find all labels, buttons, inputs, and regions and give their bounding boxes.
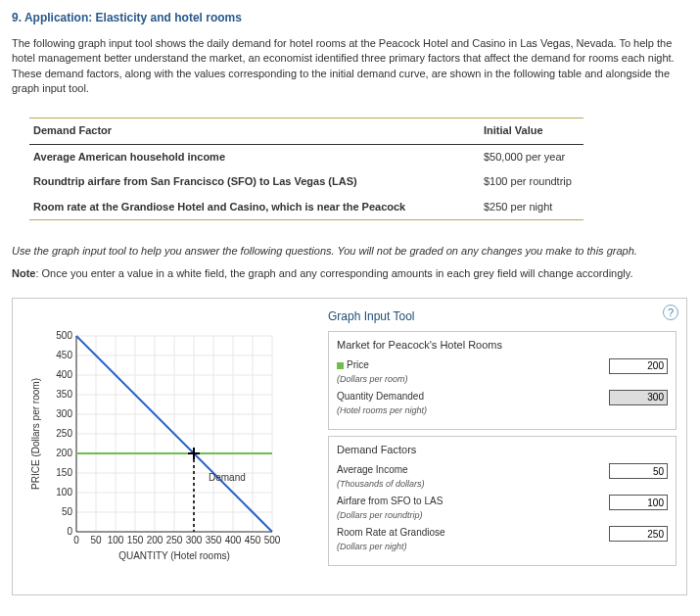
market-title: Market for Peacock's Hotel Rooms	[337, 338, 668, 353]
svg-text:150: 150	[127, 535, 144, 545]
income-label: Average Income	[337, 464, 408, 475]
value-cell: $100 per roundtrip	[480, 169, 583, 194]
market-panel: Market for Peacock's Hotel Rooms Price (…	[328, 331, 677, 430]
note-text: Note: Once you enter a value in a white …	[12, 266, 688, 281]
qty-label: Quantity Demanded	[337, 391, 424, 402]
note-rest: : Once you enter a value in a white fiel…	[35, 267, 632, 279]
col-header-factor: Demand Factor	[29, 118, 480, 144]
factor-cell: Room rate at the Grandiose Hotel and Cas…	[29, 195, 480, 220]
factor-cell: Average American household income	[29, 144, 480, 169]
svg-text:200: 200	[147, 535, 163, 545]
svg-text:100: 100	[108, 535, 124, 545]
svg-text:200: 200	[56, 448, 72, 458]
chart-area[interactable]: Demand 050100150200250300350400450500 05…	[23, 308, 316, 581]
svg-text:500: 500	[56, 330, 72, 341]
x-axis-label: QUANTITY (Hotel rooms)	[118, 550, 230, 561]
note-bold: Note	[12, 267, 35, 279]
grandiose-label: Room Rate at Grandiose	[337, 527, 445, 538]
airfare-label: Airfare from SFO to LAS	[337, 496, 443, 506]
svg-text:50: 50	[62, 506, 73, 517]
demand-factors-table: Demand Factor Initial Value Average Amer…	[29, 118, 583, 220]
airfare-input[interactable]	[609, 495, 668, 510]
demand-chart-svg[interactable]: Demand 050100150200250300350400450500 05…	[27, 326, 311, 581]
svg-text:0: 0	[73, 535, 79, 545]
grandiose-input[interactable]	[609, 526, 668, 542]
tool-title: Graph Input Tool	[328, 308, 677, 325]
svg-text:400: 400	[56, 369, 72, 380]
price-input[interactable]	[609, 358, 668, 374]
svg-text:300: 300	[186, 535, 203, 545]
svg-text:500: 500	[264, 535, 281, 545]
qty-sub: (Hotel rooms per night)	[337, 405, 427, 415]
price-label: Price	[347, 359, 369, 370]
question-title: 9. Application: Elasticity and hotel roo…	[12, 10, 688, 26]
factor-cell: Roundtrip airfare from San Francisco (SF…	[29, 169, 480, 194]
income-input[interactable]	[609, 463, 668, 479]
qty-output	[609, 390, 668, 405]
intro-paragraph: The following graph input tool shows the…	[12, 36, 688, 97]
svg-text:350: 350	[56, 389, 72, 400]
factors-title: Demand Factors	[337, 443, 668, 457]
svg-text:400: 400	[225, 535, 242, 545]
svg-text:450: 450	[56, 350, 72, 360]
instruction-text: Use the graph input tool to help you ans…	[12, 244, 688, 259]
svg-text:300: 300	[56, 408, 72, 419]
svg-text:250: 250	[56, 428, 72, 439]
svg-text:450: 450	[245, 535, 261, 545]
svg-text:350: 350	[206, 535, 222, 545]
graph-input-tool: ? Demand	[12, 298, 687, 595]
y-axis-label: PRICE (Dollars per room)	[30, 378, 41, 490]
income-sub: (Thousands of dollars)	[337, 479, 425, 489]
value-cell: $250 per night	[480, 195, 583, 220]
airfare-sub: (Dollars per roundtrip)	[337, 510, 423, 520]
col-header-value: Initial Value	[480, 118, 583, 144]
help-icon[interactable]: ?	[663, 305, 678, 320]
svg-text:0: 0	[67, 526, 72, 537]
price-color-marker	[337, 362, 344, 369]
factors-panel: Demand Factors Average Income (Thousands…	[328, 436, 677, 566]
price-sub: (Dollars per room)	[337, 374, 408, 384]
value-cell: $50,000 per year	[480, 144, 583, 169]
svg-text:100: 100	[56, 487, 72, 498]
svg-text:50: 50	[90, 535, 102, 545]
demand-legend: Demand	[209, 472, 246, 483]
grandiose-sub: (Dollars per night)	[337, 542, 407, 551]
svg-text:150: 150	[56, 467, 72, 478]
svg-text:250: 250	[166, 535, 183, 545]
